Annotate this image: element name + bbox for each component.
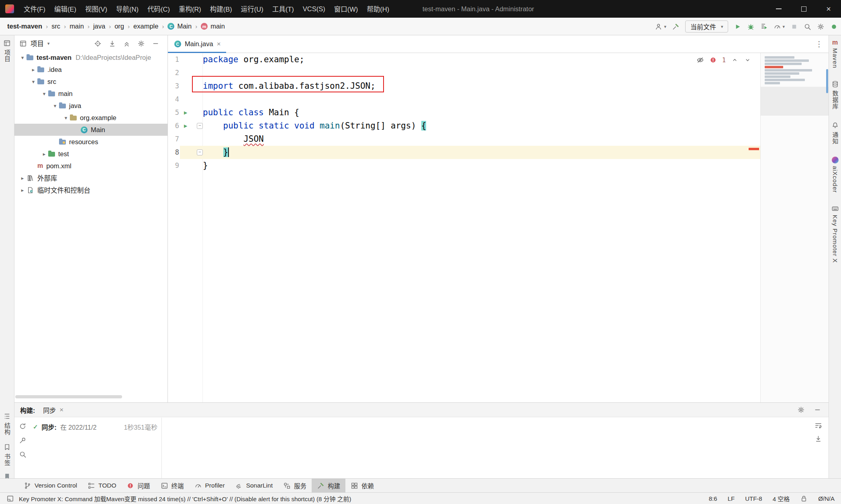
tree-row[interactable]: CMain [14, 124, 167, 136]
maximize-button[interactable] [791, 0, 816, 18]
tree-row[interactable]: ▸test [14, 148, 167, 160]
build-hammer-button[interactable] [672, 23, 680, 31]
menubar-item[interactable]: 重构(R) [174, 0, 206, 18]
line-number[interactable]: 6 [168, 119, 179, 133]
line-number[interactable]: 2 [168, 66, 179, 80]
stripe-button-database[interactable]: 数据库 [831, 79, 839, 111]
tree-row[interactable]: mpom.xml [14, 160, 167, 172]
tree-row[interactable]: ▾test-mavenD:\IdeaProjects\IdeaProje [14, 51, 167, 63]
status-extra[interactable]: Ø/N/A [818, 495, 835, 502]
stripe-button-aixcoder[interactable]: aiXcoder [832, 155, 839, 194]
code-editor-area[interactable]: 1package org.example;23import com.alibab… [168, 53, 829, 402]
search-everywhere-button[interactable] [804, 23, 811, 31]
scroll-from-source-icon[interactable] [108, 40, 116, 47]
run-gutter-icon[interactable]: ▶ [184, 106, 187, 119]
tree-row[interactable]: ▸外部库 [14, 172, 167, 184]
gear-icon[interactable] [137, 40, 145, 47]
line-number[interactable]: 4 [168, 93, 179, 106]
line-number[interactable]: 5 [168, 106, 179, 119]
line-number[interactable]: 7 [168, 133, 179, 146]
menubar-item[interactable]: 工具(T) [268, 0, 298, 18]
more-tabs-icon[interactable]: ⋮ [815, 39, 823, 49]
run-gutter-icon[interactable]: ▶ [184, 119, 187, 133]
tree-row[interactable]: ▾org.example [14, 112, 167, 124]
inspect-icon[interactable] [19, 451, 27, 458]
file-encoding[interactable]: UTF-8 [745, 495, 762, 502]
toolwindow-button[interactable]: Version Control [18, 479, 82, 492]
tree-chevron-icon[interactable]: ▾ [62, 115, 70, 121]
tree-chevron-icon[interactable]: ▸ [29, 67, 37, 73]
code-minimap[interactable] [760, 53, 829, 402]
indent-setting[interactable]: 4 空格 [773, 494, 790, 503]
gear-icon[interactable] [797, 406, 805, 414]
tree-row[interactable]: ▾java [14, 100, 167, 112]
toolwindow-button[interactable]: 终端 [155, 479, 189, 492]
debug-button[interactable] [747, 23, 755, 31]
build-tab-sync[interactable]: 同步 × [39, 403, 67, 417]
tree-chevron-icon[interactable]: ▾ [29, 79, 37, 85]
line-separator[interactable]: LF [728, 495, 735, 502]
toolwindow-button[interactable]: SonarLint [230, 479, 278, 492]
minimize-button[interactable] [766, 0, 791, 18]
tree-chevron-icon[interactable]: ▸ [40, 151, 48, 157]
prev-error-icon[interactable] [731, 56, 739, 64]
breadcrumb-item[interactable]: java [93, 22, 105, 30]
menubar-item[interactable]: 导航(N) [112, 0, 143, 18]
next-error-icon[interactable] [744, 56, 751, 64]
toolwindow-button[interactable]: 依赖 [345, 479, 379, 492]
fold-icon[interactable]: − [197, 149, 203, 155]
error-stripe-mark[interactable] [749, 148, 759, 150]
horizontal-scrollbar[interactable] [15, 395, 122, 398]
tree-row[interactable]: ▾src [14, 75, 167, 88]
tab-close-icon[interactable]: × [217, 40, 221, 48]
tree-row[interactable]: ▸临时文件和控制台 [14, 184, 167, 196]
tree-chevron-icon[interactable]: ▾ [51, 103, 59, 109]
stripe-button-bell[interactable]: 通知 [831, 120, 839, 146]
close-button[interactable]: × [816, 0, 841, 18]
caret-position[interactable]: 8:6 [709, 495, 717, 502]
tree-row[interactable]: ▸.idea [14, 63, 167, 75]
stripe-button-maven[interactable]: mMaven [832, 38, 839, 70]
line-number[interactable]: 8 [168, 146, 179, 159]
tree-row[interactable]: resources [14, 136, 167, 148]
stripe-button-structure[interactable]: 结构 [3, 411, 11, 437]
hide-panel-icon[interactable] [152, 40, 159, 47]
line-number[interactable]: 1 [168, 53, 179, 66]
settings-button[interactable] [817, 23, 825, 31]
collapse-all-icon[interactable] [123, 40, 131, 47]
menubar-item[interactable]: 编辑(E) [50, 0, 81, 18]
build-result-row[interactable]: ✓ 同步: 在 2022/11/2 1秒351毫秒 [33, 422, 157, 432]
status-message[interactable]: Key Promoter X: Command 加载Maven变更 missed… [19, 494, 351, 503]
menubar-item[interactable]: VCS(S) [298, 0, 330, 18]
error-badge-icon[interactable] [709, 56, 717, 64]
toolwindow-button[interactable]: TODO [82, 479, 122, 492]
lock-icon[interactable] [800, 495, 808, 502]
tree-chevron-icon[interactable]: ▸ [18, 175, 27, 181]
run-config-select[interactable]: 当前文件 ▾ [685, 20, 729, 33]
breadcrumb-item[interactable]: org [114, 22, 124, 30]
tree-chevron-icon[interactable]: ▸ [18, 187, 27, 193]
toolwindow-layout-icon[interactable] [6, 495, 14, 502]
toolwindow-button[interactable]: 服务 [278, 479, 312, 492]
plugin-status-icon[interactable] [830, 23, 838, 31]
breadcrumb-item[interactable]: example [133, 22, 158, 30]
line-number[interactable]: 3 [168, 80, 179, 93]
breadcrumb-item[interactable]: test-maven [7, 22, 42, 30]
line-number[interactable]: 9 [168, 159, 179, 172]
tab-main-java[interactable]: C Main.java × [168, 35, 226, 53]
coverage-button[interactable] [760, 23, 768, 31]
toolwindow-button[interactable]: Profiler [189, 479, 230, 492]
menubar-item[interactable]: 窗口(W) [330, 0, 363, 18]
rerun-icon[interactable] [19, 422, 27, 430]
fold-icon[interactable]: − [197, 123, 203, 129]
stripe-button-project[interactable]: 项目 [3, 38, 11, 64]
run-button[interactable] [734, 23, 741, 31]
highlighting-level-icon[interactable] [696, 56, 704, 64]
breadcrumb-item[interactable]: CMain [167, 22, 192, 30]
tree-row[interactable]: ▾main [14, 88, 167, 100]
soft-wrap-icon[interactable] [814, 422, 822, 429]
pin-icon[interactable] [19, 437, 27, 444]
toolwindow-button[interactable]: 问题 [121, 479, 155, 492]
profiler-button[interactable]: ▾ [774, 23, 785, 31]
toolwindow-button[interactable]: 构建 [312, 479, 345, 492]
